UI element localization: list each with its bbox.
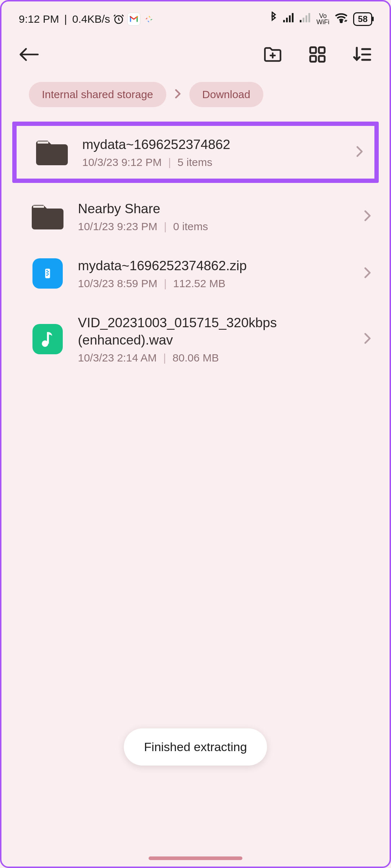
gmail-icon [127,13,140,26]
svg-rect-21 [47,275,48,276]
breadcrumb-current[interactable]: Download [189,82,263,107]
grid-view-button[interactable] [307,44,328,65]
list-item[interactable]: Nearby Share 10/1/23 9:23 PM|0 items [1,188,390,245]
file-name: mydata~1696252374862.zip [78,257,349,275]
wifi-icon [334,12,348,26]
signal-1-icon [283,13,295,25]
file-name: Nearby Share [78,200,349,218]
zip-icon [30,259,65,288]
svg-rect-1 [283,20,285,22]
breadcrumb-root[interactable]: Internal shared storage [29,82,166,107]
list-item[interactable]: VID_20231003_015715_320kbps (enhanced).w… [1,302,390,376]
svg-rect-14 [38,141,48,144]
file-name: mydata~1696252374862 [82,136,341,153]
toast: Finished extracting [124,728,267,766]
new-folder-button[interactable] [263,44,283,65]
file-meta: 10/3/23 9:12 PM|5 items [82,156,341,168]
file-meta: 10/1/23 9:23 PM|0 items [78,220,349,233]
status-sep: | [61,13,70,25]
svg-rect-15 [33,206,44,208]
svg-rect-5 [300,20,302,22]
chevron-right-icon [362,266,372,281]
chevron-right-icon [362,332,372,346]
vowifi-icon: VoWiFi [316,13,329,25]
alarm-icon [112,13,125,26]
svg-rect-7 [306,16,307,22]
svg-point-9 [341,21,342,23]
svg-rect-2 [286,18,288,22]
toolbar [1,30,390,72]
file-meta: 10/3/23 2:14 AM|80.06 MB [78,352,349,364]
back-button[interactable] [19,44,39,65]
battery-icon: 58 [353,12,372,26]
svg-rect-12 [310,56,316,62]
list-item[interactable]: mydata~1696252374862.zip 10/3/23 8:59 PM… [1,245,390,302]
svg-rect-10 [310,47,316,53]
svg-rect-19 [47,272,48,273]
chevron-right-icon [173,89,182,100]
svg-rect-20 [48,273,49,275]
bluetooth-icon [269,12,278,26]
svg-rect-17 [47,270,48,271]
svg-rect-6 [303,18,304,22]
svg-rect-11 [319,47,325,53]
photos-icon [142,13,155,26]
svg-rect-8 [308,13,310,22]
file-meta: 10/3/23 8:59 PM|112.52 MB [78,277,349,290]
svg-rect-18 [48,271,49,272]
status-time: 9:12 PM [19,13,59,25]
file-name: VID_20231003_015715_320kbps (enhanced).w… [78,314,349,349]
breadcrumb: Internal shared storage Download [1,72,390,114]
folder-icon [30,202,65,231]
svg-rect-3 [289,16,291,22]
sort-button[interactable] [352,44,372,65]
svg-rect-13 [319,56,325,62]
file-list: mydata~1696252374862 10/3/23 9:12 PM|5 i… [1,114,390,380]
signal-2-icon [300,13,311,25]
nav-indicator[interactable] [149,856,242,860]
audio-icon [30,325,65,354]
svg-rect-23 [47,332,49,344]
chevron-right-icon [354,145,364,159]
svg-rect-4 [292,13,294,22]
chevron-right-icon [362,209,372,224]
list-item[interactable]: mydata~1696252374862 10/3/23 9:12 PM|5 i… [12,122,379,183]
status-netspeed: 0.4KB/s [72,13,110,25]
folder-icon [35,138,69,167]
status-bar: 9:12 PM | 0.4KB/s VoWiF [1,1,390,30]
